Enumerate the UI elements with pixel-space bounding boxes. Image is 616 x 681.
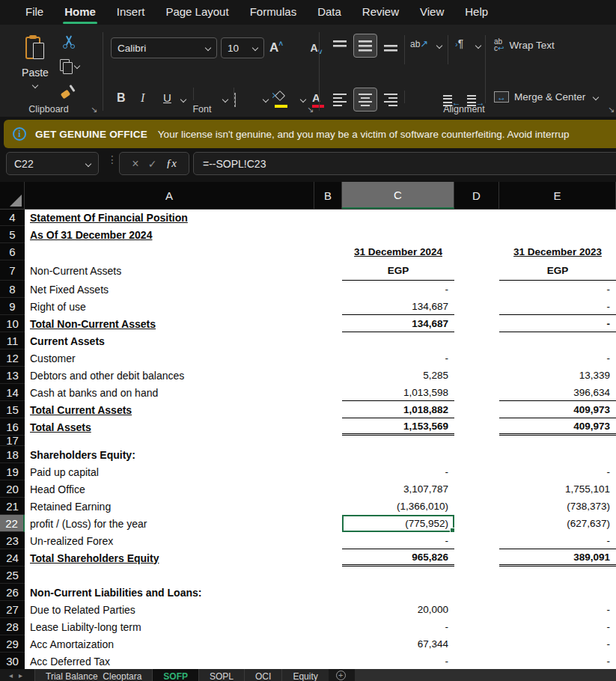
menu-tab-data[interactable]: Data [307, 1, 352, 24]
name-box[interactable]: C22 [6, 152, 99, 175]
cell-a8[interactable]: Net Fixed Assets [25, 281, 314, 298]
menu-tab-file[interactable]: File [15, 1, 54, 24]
row-header-4[interactable]: 4 [0, 210, 25, 226]
cell-d30[interactable] [454, 653, 499, 670]
cell-d11[interactable] [454, 332, 499, 349]
cell-c26[interactable] [342, 584, 454, 601]
row-header-24[interactable]: 24 [0, 549, 25, 567]
cell-c19[interactable]: - [342, 463, 454, 480]
cell-e8[interactable]: - [499, 281, 616, 298]
cell-e28[interactable]: - [499, 618, 616, 635]
cell-c6[interactable]: 31 December 2024 [342, 243, 454, 260]
font-name-combo[interactable]: Calibri [111, 37, 217, 58]
row-header-26[interactable]: 26 [0, 584, 25, 601]
row-header-17[interactable]: 17 [0, 436, 25, 446]
cell-d15[interactable] [454, 401, 499, 418]
cell-e13[interactable]: 13,339 [499, 367, 616, 384]
cell-e6[interactable]: 31 December 2023 [499, 243, 616, 260]
row-header-6[interactable]: 6 [0, 243, 25, 260]
cell-a17[interactable] [25, 436, 314, 446]
cell-e17[interactable] [499, 436, 616, 446]
cell-e16[interactable]: 409,973 [499, 418, 616, 436]
font-size-combo[interactable]: 10 [221, 37, 264, 58]
cell-d8[interactable] [454, 281, 499, 298]
menu-tab-home[interactable]: Home [54, 1, 106, 24]
cell-d25[interactable] [454, 567, 499, 584]
cell-d23[interactable] [454, 532, 499, 549]
format-painter-button[interactable] [60, 85, 75, 101]
cell-b28[interactable] [314, 618, 342, 635]
tab-strip-scrollbar[interactable] [355, 669, 616, 681]
cell-b27[interactable] [314, 601, 342, 618]
cell-d17[interactable] [454, 436, 499, 446]
row-header-19[interactable]: 19 [0, 463, 25, 480]
cell-a23[interactable]: Un-realized Forex [25, 532, 314, 549]
cell-e26[interactable] [499, 584, 616, 601]
cell-c15[interactable]: 1,018,882 [342, 401, 454, 418]
row-header-10[interactable]: 10 [0, 315, 25, 332]
underline-dropdown-icon[interactable] [180, 97, 186, 103]
column-header-a[interactable]: A [25, 182, 314, 209]
copy-button[interactable] [60, 59, 79, 73]
cell-b14[interactable] [314, 384, 342, 401]
cell-b24[interactable] [314, 549, 342, 567]
cell-a4[interactable]: Statement Of Financial Position [25, 210, 314, 226]
row-header-28[interactable]: 28 [0, 618, 25, 635]
cell-c16[interactable]: 1,153,569 [342, 418, 454, 436]
cell-b12[interactable] [314, 349, 342, 367]
row-header-14[interactable]: 14 [0, 384, 25, 401]
cell-e14[interactable]: 396,634 [499, 384, 616, 401]
cell-a22[interactable]: profit / (Loss) for the year [25, 515, 314, 532]
align-left-button[interactable] [328, 88, 352, 112]
cell-d14[interactable] [454, 384, 499, 401]
cell-e27[interactable]: - [499, 601, 616, 618]
cell-a5[interactable]: As Of 31 December 2024 [25, 226, 314, 243]
add-sheet-icon[interactable]: + [336, 671, 346, 680]
cell-a19[interactable]: Paid up capital [25, 463, 314, 480]
row-header-5[interactable]: 5 [0, 226, 25, 243]
cell-b29[interactable] [314, 635, 342, 653]
wrap-text-button[interactable]: abc↩ Wrap Text [494, 38, 555, 52]
cell-b21[interactable] [314, 498, 342, 515]
cell-c14[interactable]: 1,013,598 [342, 384, 454, 401]
cell-b20[interactable] [314, 480, 342, 498]
cell-d6[interactable] [454, 243, 499, 260]
cell-c29[interactable]: 67,344 [342, 635, 454, 653]
cell-e9[interactable]: - [499, 298, 616, 315]
cell-a21[interactable]: Retained Earning [25, 498, 314, 515]
cell-b13[interactable] [314, 367, 342, 384]
row-header-22[interactable]: 22 [0, 515, 25, 532]
cell-a30[interactable]: Acc Deferred Tax [25, 653, 314, 670]
cell-a9[interactable]: Right of use [25, 298, 314, 315]
cell-e30[interactable]: - [499, 653, 616, 670]
row-header-9[interactable]: 9 [0, 298, 25, 315]
row-header-25[interactable]: 25 [0, 567, 25, 584]
cell-d18[interactable] [454, 446, 499, 463]
cell-a20[interactable]: Head Office [25, 480, 314, 498]
alignment-dialog-launcher-icon[interactable]: ↘ [608, 105, 615, 114]
sheet-tab-sofp[interactable]: SOFP [152, 669, 198, 681]
row-header-27[interactable]: 27 [0, 601, 25, 618]
enter-icon[interactable]: ✓ [148, 158, 157, 170]
text-direction-dropdown-icon[interactable] [475, 43, 481, 49]
cell-e23[interactable]: - [499, 532, 616, 549]
cell-a7[interactable]: Non-Current Assets [25, 260, 314, 281]
cell-d22[interactable] [454, 515, 499, 532]
row-header-30[interactable]: 30 [0, 653, 25, 670]
sheet-tab-oci[interactable]: OCI [244, 669, 281, 681]
row-header-13[interactable]: 13 [0, 367, 25, 384]
column-header-d[interactable]: D [454, 182, 499, 209]
cell-c9[interactable]: 134,687 [342, 298, 454, 315]
row-header-21[interactable]: 21 [0, 498, 25, 515]
cell-e18[interactable] [499, 446, 616, 463]
cell-d10[interactable] [454, 315, 499, 332]
underline-button[interactable]: U [163, 91, 171, 104]
cell-d9[interactable] [454, 298, 499, 315]
cell-a10[interactable]: Total Non-Current Assets [25, 315, 314, 332]
cell-c4[interactable] [342, 210, 454, 226]
cell-d7[interactable] [454, 260, 499, 281]
cell-e10[interactable]: - [499, 315, 616, 332]
cell-c5[interactable] [342, 226, 454, 243]
cell-d16[interactable] [454, 418, 499, 436]
cell-e22[interactable]: (627,637) [499, 515, 616, 532]
